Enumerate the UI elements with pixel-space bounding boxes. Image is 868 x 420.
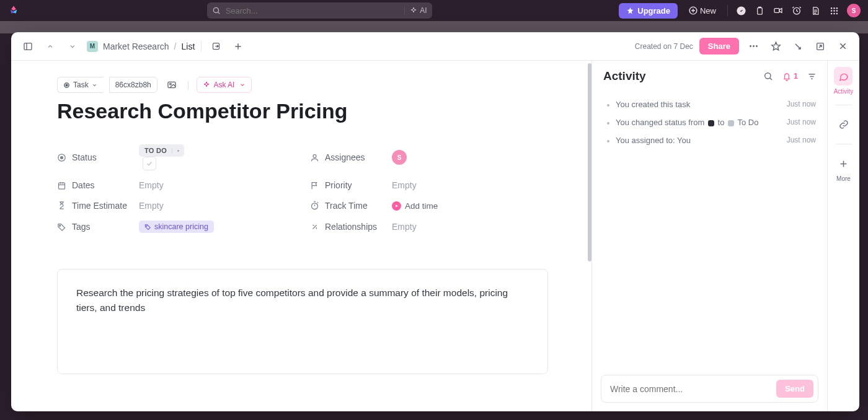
rail-activity-tab[interactable]: Activity [834, 67, 854, 95]
breadcrumb: M Market Research / List [87, 41, 195, 52]
link-icon [835, 115, 853, 134]
relationships-value[interactable]: Empty [392, 222, 417, 232]
calendar-icon [57, 181, 66, 190]
field-status: Status TO DO [57, 144, 288, 170]
svg-point-13 [833, 12, 835, 14]
svg-rect-4 [774, 9, 779, 13]
alarm-icon[interactable] [791, 5, 802, 16]
expand-icon[interactable] [812, 38, 828, 55]
activity-panel: Activity 1 You created this task Just no… [591, 61, 827, 411]
breadcrumb-current[interactable]: List [181, 42, 195, 51]
svg-rect-15 [24, 43, 32, 50]
field-relationships: Relationships Empty [310, 221, 541, 233]
task-modal: M Market Research / List Created on 7 De… [11, 32, 859, 411]
activity-title: Activity [603, 69, 754, 83]
comment-input[interactable] [610, 384, 771, 394]
app-topbar: AI Upgrade New S [0, 0, 868, 21]
svg-point-6 [830, 7, 832, 9]
activity-item: You assigned to: You Just now [607, 131, 816, 149]
prev-task-icon[interactable] [42, 38, 58, 55]
task-description[interactable]: Research the pricing strategies of top f… [57, 269, 548, 374]
created-date: Created on 7 Dec [635, 42, 693, 51]
svg-point-7 [833, 7, 835, 9]
activity-list: You created this task Just now You chang… [592, 92, 827, 367]
cover-image-icon[interactable] [164, 77, 180, 93]
upgrade-button[interactable]: Upgrade [619, 3, 678, 19]
svg-point-27 [313, 154, 316, 157]
filter-icon[interactable] [807, 71, 817, 82]
ask-ai-button[interactable]: Ask AI [197, 77, 252, 93]
breadcrumb-workspace-link[interactable]: Market Research [103, 42, 169, 51]
svg-point-9 [830, 10, 832, 12]
field-tags: Tags skincare pricing [57, 221, 288, 233]
task-fields: Status TO DO Assignees S Dates [57, 144, 541, 233]
status-value[interactable]: TO DO [139, 144, 184, 157]
modal-header: M Market Research / List Created on 7 De… [11, 32, 859, 61]
field-dates: Dates Empty [57, 180, 288, 190]
user-avatar[interactable]: S [847, 4, 861, 17]
new-button[interactable]: New [685, 3, 720, 19]
field-assignees: Assignees S [310, 144, 541, 170]
mark-complete-button[interactable] [143, 157, 156, 170]
dates-value[interactable]: Empty [139, 180, 164, 190]
right-rail: Activity More [827, 61, 859, 411]
flag-icon [310, 181, 319, 190]
next-task-icon[interactable] [64, 38, 81, 55]
tag-chip[interactable]: skincare pricing [139, 221, 214, 233]
svg-point-0 [213, 7, 218, 12]
share-button[interactable]: Share [699, 38, 739, 55]
star-icon[interactable] [768, 38, 784, 55]
field-time-estimate: Time Estimate Empty [57, 200, 288, 211]
ai-label: AI [420, 6, 427, 15]
svg-point-18 [753, 45, 755, 47]
task-type-pill[interactable]: Task [57, 77, 103, 93]
svg-point-12 [830, 12, 832, 14]
add-time-button[interactable]: Add time [392, 201, 438, 211]
video-icon[interactable] [773, 5, 784, 16]
activity-search-icon[interactable] [763, 71, 773, 82]
activity-item: You created this task Just now [607, 95, 816, 113]
add-icon[interactable] [230, 38, 246, 55]
field-priority: Priority Empty [310, 180, 541, 190]
app-logo-icon[interactable] [7, 4, 20, 17]
check-circle-icon[interactable] [735, 5, 746, 16]
svg-point-10 [833, 10, 835, 12]
assignee-avatar[interactable]: S [392, 150, 407, 165]
svg-point-8 [836, 7, 838, 9]
scrollbar[interactable] [588, 61, 591, 411]
stopwatch-icon [310, 201, 319, 210]
time-estimate-value[interactable]: Empty [139, 201, 164, 211]
task-id-pill[interactable]: 86cx8zb8h [109, 77, 157, 93]
more-menu-icon[interactable] [745, 38, 761, 55]
svg-point-22 [66, 84, 68, 86]
plus-icon [835, 154, 853, 173]
send-button[interactable]: Send [776, 380, 813, 398]
task-main-panel: Task 86cx8zb8h | Ask AI Research Competi… [11, 61, 591, 411]
play-icon [392, 201, 401, 211]
search-ai-button[interactable]: AI [404, 6, 427, 15]
svg-point-24 [169, 83, 171, 85]
rail-more-tab[interactable]: More [835, 154, 853, 182]
assignees-icon [310, 153, 319, 162]
svg-rect-28 [59, 183, 65, 189]
global-search[interactable]: AI [207, 2, 432, 19]
collapse-sidebar-icon[interactable] [20, 38, 36, 55]
task-title[interactable]: Research Competitor Pricing [57, 99, 554, 123]
relationships-icon [310, 222, 319, 232]
tag-icon [57, 222, 66, 232]
minimize-icon[interactable] [790, 38, 806, 55]
svg-point-19 [756, 45, 758, 47]
clipboard-icon[interactable] [754, 5, 765, 16]
apps-grid-icon[interactable] [828, 5, 839, 16]
svg-point-11 [836, 10, 838, 12]
rail-link-tab[interactable] [835, 115, 853, 134]
close-icon[interactable] [835, 38, 851, 55]
workspace-chip[interactable]: M [87, 41, 98, 52]
move-task-icon[interactable] [208, 38, 224, 55]
search-input[interactable] [226, 6, 400, 15]
status-icon [57, 153, 66, 162]
priority-value[interactable]: Empty [392, 180, 417, 190]
svg-rect-3 [757, 7, 762, 14]
notifications-button[interactable]: 1 [782, 71, 798, 81]
document-icon[interactable] [810, 5, 821, 16]
